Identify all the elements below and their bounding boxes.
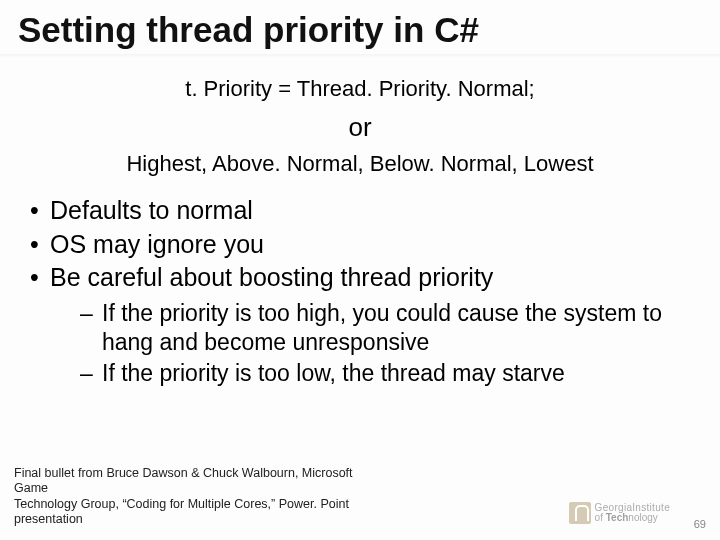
logo-text: GeorgiaInstitute of Technology [595,503,670,523]
page-number: 69 [694,518,706,530]
logo-line2: of Technology [595,513,670,523]
title-divider [0,54,720,58]
georgia-tech-logo: GeorgiaInstitute of Technology [569,502,670,524]
or-text: or [18,112,702,143]
code-snippet: t. Priority = Thread. Priority. Normal; [18,76,702,102]
logo-icon [569,502,591,524]
sub-bullet-item: If the priority is too low, the thread m… [80,359,702,388]
sub-bullet-item: If the priority is too high, you could c… [80,299,702,357]
slide-title: Setting thread priority in C# [18,10,702,50]
footnote-line: Technology Group, “Coding for Multiple C… [14,497,349,527]
footnote: Final bullet from Bruce Dawson & Chuck W… [14,466,384,529]
sub-bullet-list: If the priority is too high, you could c… [50,299,702,387]
slide: Setting thread priority in C# t. Priorit… [0,0,720,540]
logo-line2-nology: nology [628,512,657,523]
main-bullet-list: Defaults to normal OS may ignore you Be … [18,195,702,387]
bullet-item: OS may ignore you [28,229,702,260]
logo-line2-of: of [595,512,606,523]
priority-options: Highest, Above. Normal, Below. Normal, L… [18,151,702,177]
bullet-text: Be careful about boosting thread priorit… [50,263,493,291]
bullet-item: Defaults to normal [28,195,702,226]
bullet-item: Be careful about boosting thread priorit… [28,262,702,388]
logo-line2-tech: Tech [606,512,629,523]
footnote-line: Final bullet from Bruce Dawson & Chuck W… [14,466,353,496]
